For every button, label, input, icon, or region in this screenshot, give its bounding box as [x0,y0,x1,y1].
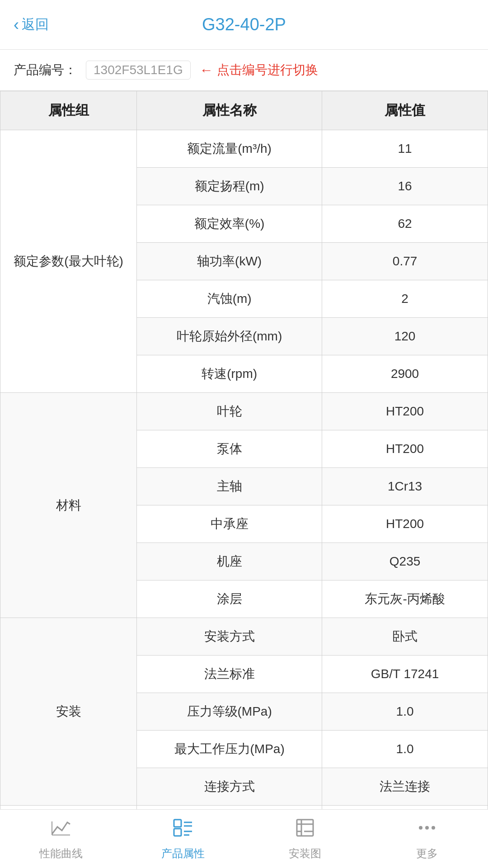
product-code-label: 产品编号： [14,61,77,79]
bottom-nav: 性能曲线 产品属性 安装图 [0,809,488,868]
attribute-name: 额定效率(%) [137,205,322,243]
col-header-name: 属性名称 [137,91,322,130]
switch-arrow-icon: ← [200,62,213,78]
attribute-value: 1.0 [322,693,488,731]
attribute-value: 1.0 [322,731,488,768]
attribute-name: 中承座 [137,505,322,543]
attribute-value: 卧式 [322,618,488,656]
svg-point-15 [432,826,435,830]
back-button[interactable]: ‹ 返回 [14,15,49,34]
table-row: 额定参数(最大叶轮)额定流量(m³/h)11 [0,130,488,168]
attributes-table-container: 属性组 属性名称 属性值 额定参数(最大叶轮)额定流量(m³/h)11额定扬程(… [0,91,488,868]
nav-label-performance: 性能曲线 [39,846,83,861]
nav-item-more[interactable]: 更多 [366,817,488,861]
attribute-value: 法兰连接 [322,768,488,806]
switch-hint-label: 点击编号进行切换 [217,61,318,79]
back-label: 返回 [22,15,49,34]
attribute-name: 汽蚀(m) [137,280,322,318]
table-row: 材料叶轮HT200 [0,393,488,430]
group-cell: 安装 [0,618,137,806]
performance-curve-icon [50,817,72,843]
attribute-value: 16 [322,168,488,205]
attribute-name: 最大工作压力(MPa) [137,731,322,768]
attribute-name: 叶轮 [137,393,322,430]
attribute-name: 叶轮原始外径(mm) [137,318,322,355]
table-row: 安装安装方式卧式 [0,618,488,656]
attribute-value: 2 [322,280,488,318]
nav-item-performance[interactable]: 性能曲线 [0,817,122,861]
nav-label-attributes: 产品属性 [161,846,205,861]
attribute-value: 62 [322,205,488,243]
attribute-name: 安装方式 [137,618,322,656]
attribute-name: 涂层 [137,580,322,618]
switch-hint[interactable]: ← 点击编号进行切换 [200,61,318,79]
product-attributes-icon [172,817,194,843]
attribute-name: 法兰标准 [137,656,322,693]
col-header-group: 属性组 [0,91,137,130]
svg-point-13 [419,826,422,830]
page-title: G32-40-2P [202,15,286,34]
attribute-name: 泵体 [137,430,322,468]
attribute-value: Q235 [322,543,488,580]
svg-rect-2 [174,820,181,827]
svg-rect-8 [297,820,313,836]
product-code-bar: 产品编号： 1302F53L1E1G ← 点击编号进行切换 [0,50,488,91]
attribute-value: 东元灰-丙烯酸 [322,580,488,618]
attribute-name: 机座 [137,543,322,580]
nav-item-installation[interactable]: 安装图 [244,817,366,861]
attribute-value: GB/T 17241 [322,656,488,693]
attribute-name: 额定流量(m³/h) [137,130,322,168]
col-header-value: 属性值 [322,91,488,130]
header: ‹ 返回 G32-40-2P [0,0,488,50]
group-cell: 材料 [0,393,137,618]
attribute-value: 2900 [322,355,488,393]
nav-label-installation: 安装图 [289,846,321,861]
attribute-name: 压力等级(MPa) [137,693,322,731]
attribute-name: 连接方式 [137,768,322,806]
nav-label-more: 更多 [416,846,438,861]
attribute-value: 0.77 [322,243,488,280]
attribute-name: 额定扬程(m) [137,168,322,205]
installation-diagram-icon [294,817,316,843]
attribute-value: 1Cr13 [322,468,488,505]
attribute-name: 轴功率(kW) [137,243,322,280]
attributes-table: 属性组 属性名称 属性值 额定参数(最大叶轮)额定流量(m³/h)11额定扬程(… [0,91,488,868]
svg-rect-3 [174,829,181,836]
more-icon [416,817,438,843]
attribute-value: HT200 [322,430,488,468]
attribute-name: 主轴 [137,468,322,505]
attribute-value: 120 [322,318,488,355]
back-arrow-icon: ‹ [14,15,19,34]
svg-point-14 [425,826,429,830]
product-code-value[interactable]: 1302F53L1E1G [86,61,191,80]
attribute-value: HT200 [322,393,488,430]
attribute-name: 转速(rpm) [137,355,322,393]
attribute-value: HT200 [322,505,488,543]
group-cell: 额定参数(最大叶轮) [0,130,137,393]
attribute-value: 11 [322,130,488,168]
nav-item-attributes[interactable]: 产品属性 [122,817,244,861]
